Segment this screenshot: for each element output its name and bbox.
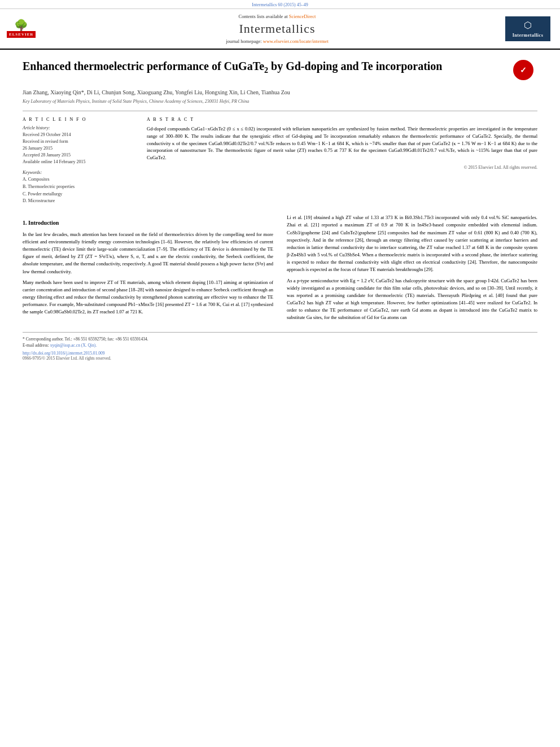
abstract-text: Gd-doped compounds CuGa1−xGdxTe2 (0 ≤ x … [147, 125, 537, 161]
journal-header-center: Contents lists available at ScienceDirec… [58, 14, 497, 44]
elsevier-logo: 🌳 ELSEVIER [7, 20, 36, 38]
corresponding-author-note: * Corresponding author. Tel.: +86 551 65… [23, 336, 537, 342]
journal-reference: Intermetallics 60 (2015) 45–49 [252, 2, 308, 7]
intermetallics-logo-area: ⬡ Intermetallics [502, 14, 553, 44]
article-history-label: Article history: [23, 125, 135, 130]
available-date: Available online 14 February 2015 [23, 159, 135, 165]
received-revised-label: Received in revised form [23, 138, 135, 145]
affiliation: Key Laboratory of Materials Physics, Ins… [23, 99, 537, 104]
crossmark-area: ✓ [509, 59, 537, 81]
contents-line: Contents lists available at ScienceDirec… [58, 14, 497, 19]
doi-line[interactable]: http://dx.doi.org/10.1016/j.intermet.201… [23, 351, 537, 356]
keywords-section: Keywords: A. Composites B. Thermoelectri… [23, 170, 135, 205]
abstract-column: A B S T R A C T Gd-doped compounds CuGa1… [147, 117, 537, 205]
journal-title: Intermetallics [58, 21, 497, 36]
main-text-area: 1. Introduction In the last few decades,… [23, 214, 537, 325]
main-two-col: 1. Introduction In the last few decades,… [23, 214, 537, 325]
article-title-section: Enhanced thermoelectric performance of C… [23, 59, 537, 81]
revised-date: 26 January 2015 [23, 145, 135, 152]
journal-homepage: journal homepage: www.elsevier.com/locat… [58, 38, 497, 44]
sciencedirect-link[interactable]: ScienceDirect [289, 14, 316, 19]
authors-list: Jian Zhang, Xiaoying Qin*, Di Li, Chunju… [23, 88, 537, 97]
keyword-1: A. Composites [23, 176, 135, 184]
right-para-1: Li et al. [19] obtained a high ZT value … [287, 214, 537, 273]
elsevier-logo-area: 🌳 ELSEVIER [7, 14, 52, 44]
email-footnote: E-mail address: xyqin@issp.ac.cn (X. Qin… [23, 342, 537, 348]
keyword-4: D. Microstructure [23, 198, 135, 205]
email-link[interactable]: xyqin@issp.ac.cn (X. Qin). [50, 343, 97, 348]
keywords-heading: Keywords: [23, 170, 135, 175]
issn-line: 0966-9795/© 2015 Elsevier Ltd. All right… [23, 356, 537, 361]
keyword-3: C. Powder metallurgy [23, 191, 135, 198]
intro-para-1: In the last few decades, much attention … [23, 231, 273, 276]
footer-divider [23, 332, 537, 333]
abstract-heading: A B S T R A C T [147, 117, 537, 122]
intro-section-title: 1. Introduction [23, 219, 273, 228]
elsevier-label: ELSEVIER [7, 31, 36, 38]
article-title: Enhanced thermoelectric performance of C… [23, 59, 504, 76]
journal-url[interactable]: www.elsevier.com/locate/intermet [263, 38, 329, 44]
copyright-line: © 2015 Elsevier Ltd. All rights reserved… [147, 165, 537, 170]
article-info-column: A R T I C L E I N F O Article history: R… [23, 117, 135, 205]
main-col-right: Li et al. [19] obtained a high ZT value … [287, 214, 537, 325]
top-reference-bar: Intermetallics 60 (2015) 45–49 [0, 0, 560, 9]
section-divider [23, 111, 537, 111]
main-content: Enhanced thermoelectric performance of C… [0, 50, 560, 370]
svg-text:✓: ✓ [520, 66, 527, 75]
accepted-date: Accepted 28 January 2015 [23, 152, 135, 159]
elsevier-tree-icon: 🌳 [14, 20, 28, 31]
intro-para-2: Many methods have been used to improve Z… [23, 279, 273, 316]
keyword-2: B. Thermoelectric properties [23, 184, 135, 191]
article-info-heading: A R T I C L E I N F O [23, 117, 135, 122]
journal-header: 🌳 ELSEVIER Contents lists available at S… [0, 9, 560, 50]
main-col-left: 1. Introduction In the last few decades,… [23, 214, 273, 325]
info-abstract-area: A R T I C L E I N F O Article history: R… [23, 117, 537, 205]
page: Intermetallics 60 (2015) 45–49 🌳 ELSEVIE… [0, 0, 560, 747]
intermetallics-logo: ⬡ Intermetallics [505, 16, 550, 41]
right-para-2: As a p-type semiconductor with Eg = 1.2 … [287, 277, 537, 322]
crossmark-icon: ✓ [512, 59, 535, 81]
received-date: Received 29 October 2014 [23, 132, 135, 138]
